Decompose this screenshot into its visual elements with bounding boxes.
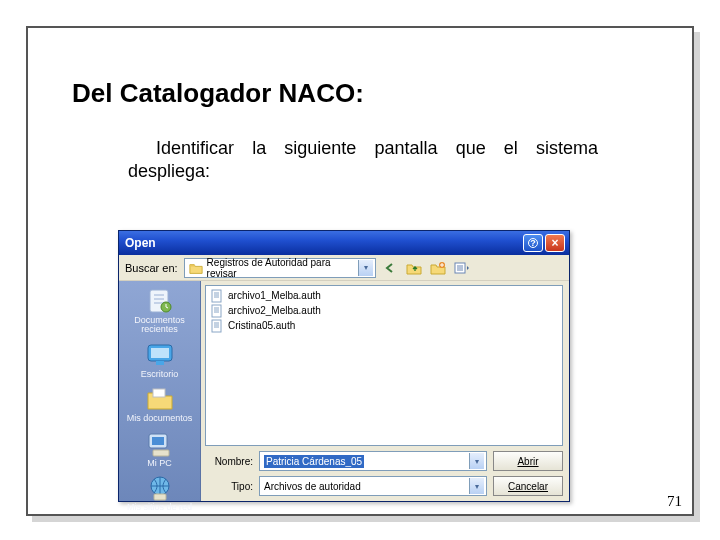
svg-rect-10 — [153, 450, 169, 456]
my-computer-icon — [144, 430, 176, 458]
filename-label: Nombre: — [205, 456, 253, 467]
cancel-button[interactable]: Cancelar — [493, 476, 563, 496]
close-button[interactable]: × — [545, 234, 565, 252]
dialog-title-text: Open — [125, 236, 156, 250]
filetype-value: Archivos de autoridad — [264, 481, 361, 492]
chevron-down-icon[interactable]: ▾ — [469, 453, 484, 469]
look-in-label: Buscar en: — [125, 262, 178, 274]
network-places-icon — [144, 474, 176, 502]
look-in-bar: Buscar en: Registros de Autoridad para r… — [119, 255, 569, 281]
up-one-level-button[interactable] — [404, 258, 424, 278]
places-desktop-label: Escritorio — [124, 370, 196, 379]
chevron-down-icon[interactable]: ▾ — [469, 478, 484, 494]
look-in-combo[interactable]: Registros de Autoridad para revisar ▾ — [184, 258, 376, 278]
file-icon — [210, 289, 224, 303]
slide-title: Del Catalogador NACO: — [72, 78, 648, 109]
svg-rect-9 — [152, 437, 164, 445]
file-name: archivo1_Melba.auth — [228, 290, 321, 301]
places-recent[interactable]: Documentos recientes — [124, 285, 196, 337]
recent-documents-icon — [144, 287, 176, 315]
filename-value: Patricia Cárdenas_05 — [264, 455, 364, 468]
page-number: 71 — [667, 493, 682, 510]
list-item[interactable]: archivo2_Melba.auth — [210, 303, 558, 318]
folder-icon — [189, 262, 203, 274]
desktop-icon — [144, 341, 176, 369]
file-name: Cristina05.auth — [228, 320, 295, 331]
new-folder-button[interactable] — [428, 258, 448, 278]
places-mydocs-label: Mis documentos — [124, 414, 196, 423]
svg-rect-14 — [212, 305, 221, 317]
places-mydocs[interactable]: Mis documentos — [124, 383, 196, 425]
places-mypc[interactable]: Mi PC — [124, 428, 196, 470]
svg-rect-12 — [154, 494, 166, 500]
svg-rect-5 — [151, 348, 169, 358]
svg-rect-15 — [212, 320, 221, 332]
places-network-label: Mis sitios de red — [124, 503, 196, 512]
places-desktop[interactable]: Escritorio — [124, 339, 196, 381]
slide-lead-text: Identificar la siguiente pantalla que el… — [128, 137, 598, 184]
filetype-label: Tipo: — [205, 481, 253, 492]
file-list[interactable]: archivo1_Melba.auth archivo2_Melba.auth … — [205, 285, 563, 446]
places-bar: Documentos recientes Escritorio Mis docu… — [119, 281, 201, 501]
help-button[interactable]: ? — [523, 234, 543, 252]
my-documents-icon — [144, 385, 176, 413]
file-icon — [210, 304, 224, 318]
dialog-titlebar: Open ? × — [119, 231, 569, 255]
filetype-combo[interactable]: Archivos de autoridad ▾ — [259, 476, 487, 496]
file-icon — [210, 319, 224, 333]
file-name: archivo2_Melba.auth — [228, 305, 321, 316]
views-button[interactable] — [452, 258, 472, 278]
svg-rect-7 — [153, 389, 165, 397]
open-dialog: Open ? × Buscar en: Registros de Autorid… — [118, 230, 570, 502]
chevron-down-icon[interactable]: ▾ — [358, 260, 373, 276]
svg-rect-6 — [156, 361, 164, 365]
svg-rect-13 — [212, 290, 221, 302]
list-item[interactable]: archivo1_Melba.auth — [210, 288, 558, 303]
open-button[interactable]: Abrir — [493, 451, 563, 471]
back-button[interactable] — [380, 258, 400, 278]
filename-field[interactable]: Patricia Cárdenas_05 ▾ — [259, 451, 487, 471]
places-mypc-label: Mi PC — [124, 459, 196, 468]
look-in-value: Registros de Autoridad para revisar — [207, 257, 358, 279]
places-network[interactable]: Mis sitios de red — [124, 472, 196, 514]
places-recent-label: Documentos recientes — [124, 316, 196, 335]
list-item[interactable]: Cristina05.auth — [210, 318, 558, 333]
